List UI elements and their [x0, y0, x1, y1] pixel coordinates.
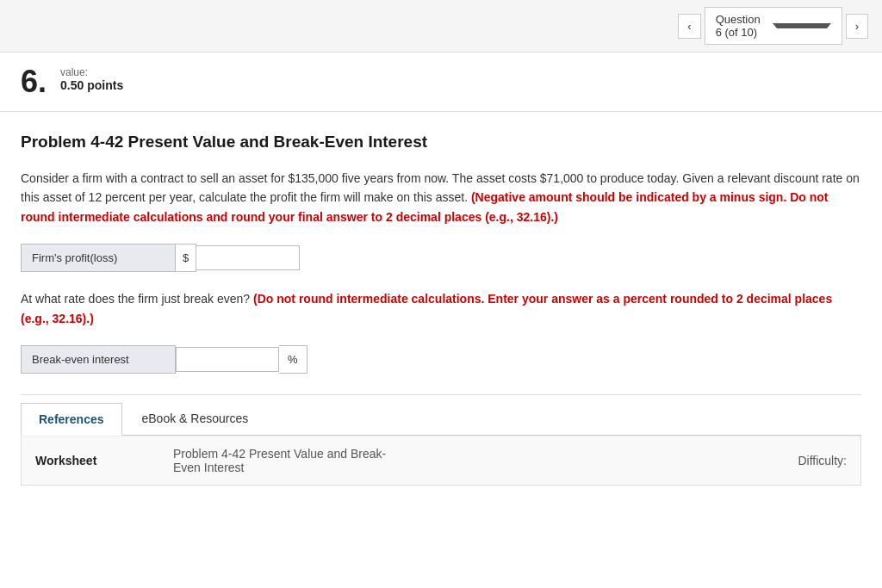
- references-content: Worksheet Problem 4-42 Present Value and…: [21, 436, 861, 486]
- question-number: 6.: [21, 66, 47, 97]
- tab-references[interactable]: References: [21, 403, 122, 436]
- break-even-text-main: At what rate does the firm just break ev…: [21, 292, 250, 306]
- firm-profit-label: Firm's profit(loss): [21, 244, 176, 272]
- prev-question-button[interactable]: ‹: [678, 14, 700, 39]
- difficulty-label: Difficulty:: [798, 454, 847, 467]
- break-even-label: Break-even interest: [21, 345, 176, 374]
- firm-profit-row: Firm's profit(loss) $: [21, 244, 861, 272]
- break-even-row: Break-even interest %: [21, 345, 861, 374]
- next-question-button[interactable]: ›: [846, 14, 868, 39]
- firm-profit-input[interactable]: [196, 245, 300, 270]
- problem-title: Problem 4-42 Present Value and Break-Eve…: [21, 133, 861, 152]
- worksheet-value-text: Problem 4-42 Present Value and Break-: [173, 447, 386, 461]
- question-value: value: 0.50 points: [60, 66, 123, 92]
- break-even-input[interactable]: [176, 347, 279, 372]
- currency-symbol: $: [176, 244, 196, 272]
- tabs-section: References eBook & Resources Worksheet P…: [21, 394, 861, 486]
- question-selector[interactable]: Question 6 (of 10): [705, 7, 842, 45]
- question-header: 6. value: 0.50 points: [0, 53, 882, 112]
- worksheet-value: Problem 4-42 Present Value and Break- Ev…: [173, 447, 798, 474]
- value-points: 0.50 points: [60, 78, 123, 92]
- worksheet-value-text-2: Even Interest: [173, 461, 245, 474]
- tabs-bar: References eBook & Resources: [21, 395, 861, 436]
- main-content: Problem 4-42 Present Value and Break-Eve…: [0, 112, 882, 486]
- question-label: Question 6 (of 10): [716, 13, 766, 39]
- worksheet-row: Worksheet Problem 4-42 Present Value and…: [22, 436, 860, 485]
- percent-symbol: %: [279, 345, 307, 374]
- tab-ebook-resources[interactable]: eBook & Resources: [124, 402, 267, 435]
- break-even-text: At what rate does the firm just break ev…: [21, 289, 861, 328]
- chevron-down-icon: [773, 23, 831, 28]
- top-navigation: ‹ Question 6 (of 10) ›: [0, 0, 882, 53]
- value-label: value:: [60, 66, 123, 78]
- problem-body-text: Consider a firm with a contract to sell …: [21, 169, 861, 226]
- worksheet-label: Worksheet: [35, 454, 173, 467]
